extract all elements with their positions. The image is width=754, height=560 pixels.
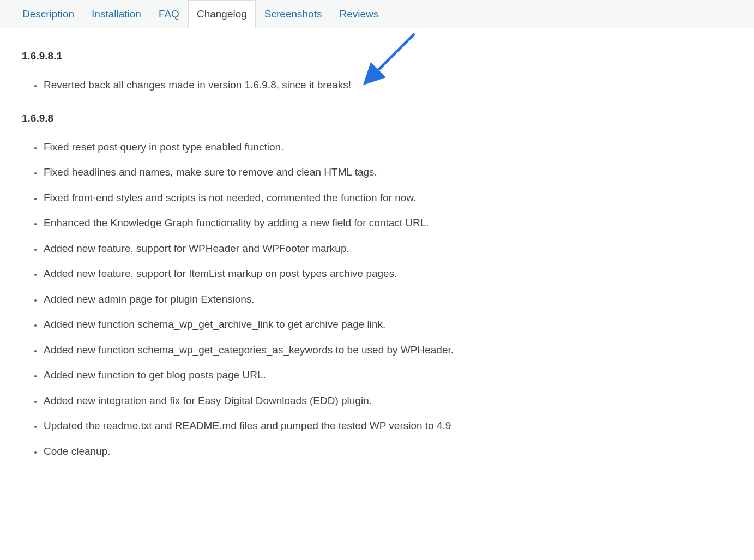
change-item: Added new admin page for plugin Extensio…: [43, 292, 676, 308]
change-item: Added new function schema_wp_get_categor…: [43, 342, 676, 358]
change-list: Fixed reset post query in post type enab…: [22, 140, 676, 460]
change-item: Fixed front-end styles and scripts is no…: [43, 190, 676, 206]
version-block: 1.6.9.8Fixed reset post query in post ty…: [22, 112, 676, 460]
tab-reviews[interactable]: Reviews: [330, 0, 387, 28]
tab-description[interactable]: Description: [14, 0, 83, 28]
tab-changelog[interactable]: Changelog: [188, 0, 256, 28]
tab-faq[interactable]: FAQ: [150, 0, 188, 28]
tab-installation[interactable]: Installation: [83, 0, 150, 28]
change-item: Added new feature, support for WPHeader …: [43, 241, 676, 257]
change-list: Reverted back all changes made in versio…: [22, 77, 676, 93]
change-item: Added new function schema_wp_get_archive…: [43, 317, 676, 333]
tab-screenshots[interactable]: Screenshots: [256, 0, 331, 28]
changelog-content: 1.6.9.8.1Reverted back all changes made …: [0, 28, 698, 495]
change-item: Added new function to get blog posts pag…: [43, 368, 676, 383]
version-title: 1.6.9.8.1: [22, 50, 676, 62]
change-item: Added new integration and fix for Easy D…: [43, 393, 676, 409]
change-item: Enhanced the Knowledge Graph functionali…: [43, 215, 676, 231]
change-item: Fixed reset post query in post type enab…: [43, 140, 676, 155]
tab-bar: DescriptionInstallationFAQChangelogScree…: [0, 0, 754, 28]
change-item: Fixed headlines and names, make sure to …: [43, 165, 676, 180]
version-block: 1.6.9.8.1Reverted back all changes made …: [22, 50, 676, 93]
version-title: 1.6.9.8: [22, 112, 676, 124]
change-item: Updated the readme.txt and README.md fil…: [43, 418, 676, 434]
change-item: Reverted back all changes made in versio…: [43, 77, 676, 93]
change-item: Added new feature, support for ItemList …: [43, 266, 676, 282]
change-item: Code cleanup.: [43, 444, 676, 460]
